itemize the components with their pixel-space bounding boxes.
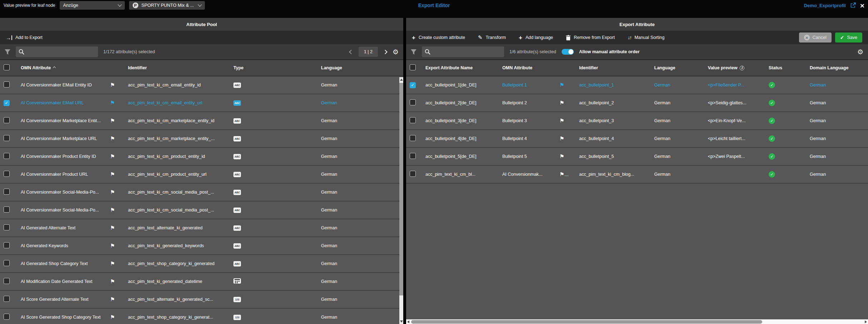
table-row[interactable]: acc_bulletpoint_1[de_DE] Bulletpoint 1 ƒ…	[406, 76, 868, 94]
table-row[interactable]: acc_bulletpoint_3[de_DE] Bulletpoint 3 ƒ…	[406, 112, 868, 130]
column-header-type[interactable]: Type	[230, 65, 317, 70]
remove-from-export-button[interactable]: Remove from Export	[566, 35, 615, 40]
attribute-search-input[interactable]	[27, 49, 95, 55]
table-row[interactable]: AI Conversionmaker Marketplace URL acc_p…	[0, 130, 403, 148]
scrollbar-thumb[interactable]	[399, 83, 403, 295]
table-row[interactable]: acc_bulletpoint_5[de_DE] Bulletpoint 5 ƒ…	[406, 148, 868, 166]
export-profile-link[interactable]: Demo_Exportprofil	[804, 3, 846, 8]
row-checkbox[interactable]	[4, 278, 10, 284]
attribute-language: German	[317, 118, 403, 123]
table-row[interactable]: AI Generated Shop Category Text acc_pim_…	[0, 255, 403, 273]
gear-icon[interactable]: ⚙	[857, 49, 863, 55]
external-link-icon[interactable]	[850, 3, 856, 8]
row-checkbox[interactable]	[410, 82, 416, 88]
column-header-language[interactable]: Language	[651, 65, 704, 70]
row-checkbox[interactable]	[4, 171, 10, 177]
page-previous-icon[interactable]	[349, 50, 354, 54]
column-header-domain-language[interactable]: Domain Language	[806, 65, 868, 70]
export-attribute-name: acc_bulletpoint_2[de_DE]	[422, 100, 499, 105]
table-row[interactable]: AI Conversionmaker Social-Media-Po... ac…	[0, 184, 403, 201]
row-checkbox[interactable]	[4, 153, 10, 159]
table-row[interactable]: acc_pim_text_ki_cm_bl... AI Conversionma…	[406, 166, 868, 184]
column-header-identifier[interactable]: Identifier	[124, 65, 230, 70]
table-row[interactable]: AI Conversionmaker EMail Entity ID acc_p…	[0, 76, 403, 94]
row-checkbox[interactable]	[410, 171, 416, 177]
export-attribute-name: acc_bulletpoint_5[de_DE]	[422, 154, 499, 159]
omn-attribute-name: AI Score Generated Alternate Text	[17, 297, 107, 302]
topbar: Value preview for leaf node Anzüge P SPO…	[0, 0, 868, 18]
table-row[interactable]: AI Generated Alternate Text acc_pim_text…	[0, 219, 403, 237]
column-header-export-name[interactable]: Export Attribute Name	[422, 65, 499, 70]
attribute-pool-title: Attribute Pool	[186, 22, 217, 27]
column-header-value-preview[interactable]: Value previewi	[704, 65, 765, 70]
type-icon: ABC	[233, 261, 241, 266]
domain-language: German	[806, 172, 868, 177]
filter-funnel-icon[interactable]	[411, 49, 416, 55]
row-checkbox[interactable]	[410, 153, 416, 159]
attribute-identifier: acc_pim_text_ki_cm_email_entity_id	[124, 83, 230, 88]
domain-language: German	[806, 118, 868, 123]
table-row[interactable]: AI Conversionmaker Marketplace Entit... …	[0, 112, 403, 130]
row-checkbox[interactable]	[4, 296, 10, 302]
scrollbar-thumb[interactable]	[411, 320, 762, 324]
table-row[interactable]: AI Score Generated Alternate Text acc_pi…	[0, 291, 403, 309]
row-checkbox[interactable]	[4, 81, 10, 88]
column-header-omn-attribute[interactable]: OMN Attribute	[499, 65, 556, 70]
product-dropdown-value: SPORTY PUNTO Mix & ...	[142, 3, 194, 8]
flag-icon	[110, 154, 115, 159]
table-row[interactable]: AI Modification Date Generated Text acc_…	[0, 273, 403, 291]
row-checkbox[interactable]	[410, 117, 416, 123]
attribute-identifier: acc_pim_text_ki_cm_product_entity_id	[124, 154, 230, 159]
row-checkbox[interactable]	[410, 135, 416, 141]
product-dropdown[interactable]: P SPORTY PUNTO Mix & ...	[129, 1, 205, 10]
column-header-language[interactable]: Language	[317, 65, 403, 70]
save-button[interactable]: Save	[835, 33, 862, 43]
row-checkbox[interactable]	[4, 135, 10, 141]
table-row[interactable]: AI Generated Keywords acc_pim_text_ki_ge…	[0, 237, 403, 255]
row-checkbox[interactable]	[410, 99, 416, 105]
omn-attribute-name: AI Generated Shop Category Text	[17, 261, 107, 266]
attribute-language: German	[317, 315, 403, 320]
column-header-identifier[interactable]: Identifier	[576, 65, 651, 70]
scroll-left-icon[interactable]	[407, 320, 409, 323]
row-checkbox[interactable]	[4, 100, 10, 106]
export-search-input[interactable]	[433, 49, 501, 55]
category-dropdown[interactable]: Anzüge	[60, 1, 125, 10]
table-row[interactable]: AI Score Generated Shop Category Text ac…	[0, 309, 403, 324]
scroll-up-icon[interactable]	[400, 79, 403, 81]
filter-funnel-icon[interactable]	[5, 49, 10, 55]
select-all-checkbox[interactable]	[410, 64, 416, 70]
table-row[interactable]: acc_bulletpoint_4[de_DE] Bulletpoint 4 ƒ…	[406, 130, 868, 148]
row-checkbox[interactable]	[4, 189, 10, 195]
value-preview: <p>Seidig-glattes...	[704, 100, 765, 105]
table-row[interactable]: acc_bulletpoint_2[de_DE] Bulletpoint 2 ƒ…	[406, 94, 868, 112]
table-row[interactable]: AI Conversionmaker Social-Media-Po... ac…	[0, 201, 403, 219]
close-icon[interactable]: ×	[860, 2, 864, 9]
cancel-button[interactable]: Cancel	[799, 33, 832, 43]
export-attribute-header: Export Attribute	[406, 18, 868, 31]
row-checkbox[interactable]	[4, 117, 10, 123]
manual-order-toggle[interactable]	[562, 49, 574, 55]
table-row[interactable]: AI Conversionmaker EMail URL acc_pim_tex…	[0, 94, 403, 112]
column-header-status[interactable]: Status	[765, 65, 806, 70]
vertical-scrollbar[interactable]	[399, 77, 403, 324]
column-header-omn-attribute[interactable]: OMN Attribute	[17, 65, 107, 70]
select-all-checkbox[interactable]	[4, 64, 10, 70]
table-row[interactable]: AI Conversionmaker Product URL acc_pim_t…	[0, 166, 403, 184]
table-row[interactable]: AI Conversionmaker Product Entity ID acc…	[0, 148, 403, 166]
row-checkbox[interactable]	[4, 242, 10, 248]
row-checkbox[interactable]	[4, 314, 10, 320]
row-checkbox[interactable]	[4, 206, 10, 213]
row-checkbox[interactable]	[4, 260, 10, 266]
gear-icon[interactable]: ⚙	[393, 49, 399, 55]
row-checkbox[interactable]	[4, 224, 10, 230]
scroll-down-icon[interactable]	[400, 320, 403, 323]
add-to-export-button[interactable]: → Add to Export	[6, 35, 43, 40]
page-next-icon[interactable]	[383, 50, 388, 54]
manual-sorting-button[interactable]: ↓↑ Manual Sorting	[628, 35, 665, 40]
create-custom-attribute-button[interactable]: + Create custom attribute	[412, 35, 465, 41]
horizontal-scrollbar[interactable]	[406, 319, 868, 324]
transform-button[interactable]: ✎ Transform	[478, 34, 506, 41]
scroll-right-icon[interactable]	[865, 320, 867, 323]
add-language-button[interactable]: + Add language	[519, 35, 553, 41]
